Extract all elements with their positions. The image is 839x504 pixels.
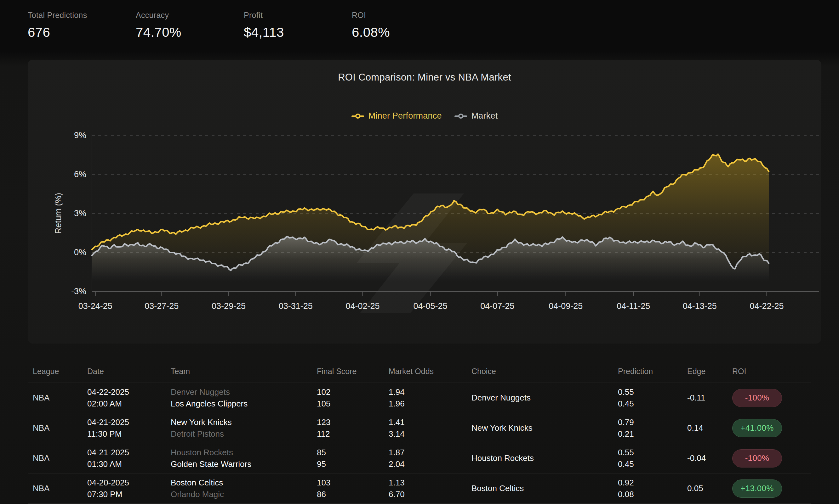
league-cell: NBA: [28, 484, 82, 493]
stat-value: 74.70%: [136, 25, 224, 40]
edge-cell: -0.11: [682, 393, 727, 403]
prediction-home: 0.45: [618, 398, 682, 410]
prediction-away: 0.92: [618, 477, 682, 489]
col-header-date: Date: [82, 367, 166, 376]
game-date: 04-20-2025: [87, 477, 166, 489]
roi-badge: +13.00%: [732, 480, 782, 498]
game-time: 01:30 AM: [87, 458, 166, 470]
legend-item-market[interactable]: Market: [455, 111, 498, 121]
y-axis-tick-label: 9%: [74, 130, 86, 140]
roi-comparison-chart: 9%6%3%0%-3%03-24-2503-27-2503-29-2503-31…: [28, 60, 821, 344]
market-odds-cell: 1.413.14: [383, 416, 466, 440]
stat-divider: [116, 11, 116, 43]
choice-team: Houston Rockets: [472, 453, 534, 463]
col-header-market-odds: Market Odds: [383, 367, 466, 376]
x-axis-tick-label: 04-11-25: [617, 301, 650, 311]
team-cell: Boston CelticsOrlando Magic: [166, 477, 312, 500]
score-away: 123: [317, 416, 383, 428]
miner-series-marker-icon: [352, 113, 364, 119]
x-axis-tick-label: 03-27-25: [144, 301, 178, 311]
team-away: Boston Celtics: [171, 477, 312, 489]
x-axis-tick-label: 03-31-25: [279, 301, 313, 311]
table-body: NBA04-22-202502:00 AMDenver NuggetsLos A…: [28, 383, 811, 504]
table-header-row: League Date Team Final Score Market Odds…: [28, 360, 811, 383]
score-home: 86: [317, 489, 383, 500]
edge-value: 0.05: [687, 484, 703, 493]
stat-roi: ROI 6.08%: [352, 11, 440, 43]
odds-home: 3.14: [389, 428, 466, 440]
stat-value: 676: [28, 25, 116, 40]
table-row: NBA04-21-202501:30 AMHouston RocketsGold…: [28, 443, 811, 473]
top-stats-bar: Total Predictions 676 Accuracy 74.70% Pr…: [0, 0, 839, 52]
market-odds-cell: 1.941.96: [383, 386, 466, 410]
y-axis-tick-label: -3%: [71, 287, 86, 296]
odds-away: 1.13: [389, 477, 466, 489]
col-header-final-score: Final Score: [312, 367, 383, 376]
stat-label: Total Predictions: [28, 11, 116, 20]
prediction-home: 0.21: [618, 428, 682, 440]
stat-label: ROI: [352, 11, 440, 20]
prediction-away: 0.55: [618, 386, 682, 398]
game-date: 04-21-2025: [87, 416, 166, 428]
score-away: 102: [317, 386, 383, 398]
stat-accuracy: Accuracy 74.70%: [136, 11, 224, 43]
team-cell: New York KnicksDetroit Pistons: [166, 416, 312, 440]
team-home: Orlando Magic: [171, 489, 312, 500]
col-header-prediction: Prediction: [613, 367, 682, 376]
edge-cell: -0.04: [682, 453, 727, 463]
prediction-home: 0.08: [618, 489, 682, 500]
roi-cell: -100%: [727, 389, 811, 407]
odds-away: 1.41: [389, 416, 466, 428]
score-home: 105: [317, 398, 383, 410]
date-cell: 04-21-202501:30 AM: [82, 447, 166, 470]
score-home: 95: [317, 458, 383, 470]
prediction-away: 0.55: [618, 447, 682, 458]
y-axis-tick-label: 6%: [74, 169, 86, 179]
prediction-cell: 0.550.45: [613, 386, 682, 410]
game-date: 04-22-2025: [87, 386, 166, 398]
table-row: NBA04-20-202507:30 PMBoston CelticsOrlan…: [28, 473, 811, 504]
x-axis-tick-label: 04-22-25: [750, 301, 784, 311]
table-row: NBA04-21-202511:30 PMNew York KnicksDetr…: [28, 413, 811, 443]
final-score-cell: 10386: [312, 477, 383, 500]
edge-cell: 0.05: [682, 484, 727, 493]
edge-value: -0.04: [687, 453, 706, 463]
x-axis-tick-label: 04-02-25: [346, 301, 380, 311]
roi-badge: -100%: [732, 449, 782, 468]
roi-cell: +13.00%: [727, 480, 811, 498]
chart-legend: Miner Performance Market: [28, 111, 821, 121]
odds-home: 6.70: [389, 489, 466, 500]
stat-value: 6.08%: [352, 25, 440, 40]
team-away: New York Knicks: [171, 416, 312, 428]
score-home: 112: [317, 428, 383, 440]
choice-team: Denver Nuggets: [472, 393, 531, 402]
chart-title: ROI Comparison: Miner vs NBA Market: [28, 72, 821, 83]
score-away: 85: [317, 447, 383, 458]
market-series-marker-icon: [455, 113, 467, 119]
dashboard-page: { "stats": { "items": [ {"label": "Total…: [0, 0, 839, 504]
col-header-league: League: [28, 367, 82, 376]
final-score-cell: 102105: [312, 386, 383, 410]
x-axis-tick-label: 04-05-25: [413, 301, 447, 311]
y-axis-tick-label: 3%: [74, 209, 86, 218]
team-home: Los Angeles Clippers: [171, 398, 312, 410]
stat-label: Profit: [244, 11, 332, 20]
choice-cell: Denver Nuggets: [466, 393, 613, 403]
date-cell: 04-22-202502:00 AM: [82, 386, 166, 410]
final-score-cell: 123112: [312, 416, 383, 440]
market-odds-cell: 1.136.70: [383, 477, 466, 500]
legend-item-miner-performance[interactable]: Miner Performance: [352, 111, 442, 121]
legend-label: Miner Performance: [369, 111, 442, 121]
roi-cell: -100%: [727, 449, 811, 468]
game-time: 02:00 AM: [87, 398, 166, 410]
game-time: 07:30 PM: [87, 489, 166, 500]
x-axis-tick-label: 04-07-25: [480, 301, 514, 311]
table-row: NBA04-22-202502:00 AMDenver NuggetsLos A…: [28, 383, 811, 413]
odds-home: 1.96: [389, 398, 466, 410]
choice-cell: New York Knicks: [466, 423, 613, 433]
odds-away: 1.87: [389, 447, 466, 458]
choice-cell: Boston Celtics: [466, 484, 613, 493]
team-cell: Houston RocketsGolden State Warriors: [166, 447, 312, 470]
odds-away: 1.94: [389, 386, 466, 398]
x-axis-tick-label: 03-29-25: [212, 301, 246, 311]
